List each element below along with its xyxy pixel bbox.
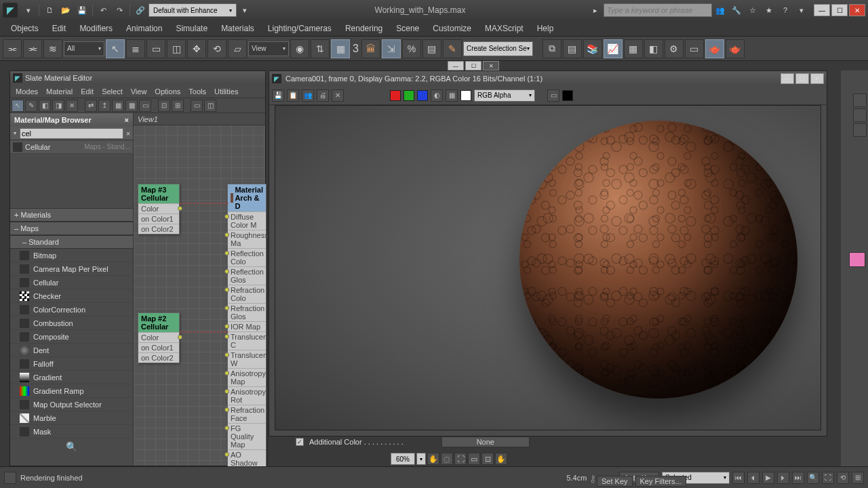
slate-menu-material[interactable]: Material — [42, 87, 77, 96]
map-gradientramp[interactable]: Gradient Ramp — [10, 384, 133, 398]
manipulate-icon[interactable]: ⇅ — [311, 39, 330, 58]
set-key-button[interactable]: Set Key — [597, 476, 633, 487]
app-logo-icon[interactable]: ◤ — [3, 3, 18, 18]
slate-layout4-icon[interactable]: ◫ — [204, 100, 216, 112]
slate-moveup-icon[interactable]: ⇄ — [85, 100, 97, 112]
link-icon[interactable]: 🔗 — [133, 3, 148, 18]
map-falloff[interactable]: Falloff — [10, 357, 133, 371]
key-icon[interactable]: 🔧 — [729, 3, 744, 18]
render-min-icon[interactable]: — — [781, 73, 794, 84]
menu-rendering[interactable]: Rendering — [338, 24, 389, 33]
slate-viewport[interactable]: View1 Map #3Cellular Color on Color1 on … — [134, 113, 265, 466]
zoom-dropdown-icon[interactable]: ▾ — [416, 453, 426, 465]
snap-toggle-icon[interactable]: ▦ — [331, 39, 350, 58]
channel-alpha-icon[interactable]: ◐ — [431, 89, 443, 102]
search-go-icon[interactable]: ▸ — [588, 3, 603, 18]
slate-menu-options[interactable]: Options — [151, 87, 184, 96]
slate-menu-utilities[interactable]: Utilities — [210, 87, 242, 96]
map-marble[interactable]: Marble — [10, 411, 133, 425]
rotate-icon[interactable]: ⟲ — [208, 39, 226, 58]
render-clear-icon[interactable]: ✕ — [332, 89, 344, 102]
zoom-region-icon[interactable]: ◌ — [441, 453, 453, 465]
slate-menu-select[interactable]: Select — [98, 87, 127, 96]
browser-binoculars-icon[interactable]: 🔍 — [10, 439, 133, 455]
align-icon[interactable]: ▤ — [563, 39, 582, 58]
channel-red-icon[interactable] — [390, 90, 401, 101]
zoom-rect-icon[interactable]: ▭ — [468, 453, 480, 465]
vp-min-icon[interactable]: — — [448, 61, 464, 70]
schematic-icon[interactable]: ▦ — [624, 39, 643, 58]
slate-menu-view[interactable]: View — [127, 87, 151, 96]
spinner-snap-icon[interactable]: ▤ — [422, 39, 441, 58]
menu-maxscript[interactable]: MAXScript — [478, 24, 530, 33]
channel-mono-icon[interactable]: ▦ — [446, 89, 458, 102]
window-cross-icon[interactable]: ◫ — [167, 39, 186, 58]
panel-btn1-icon[interactable] — [853, 94, 867, 107]
render-save-icon[interactable]: 💾 — [272, 89, 284, 102]
menu-animation[interactable]: Animation — [119, 24, 169, 33]
slate-layout2-icon[interactable]: ⊞ — [172, 100, 184, 112]
slate-layout3-icon[interactable]: ▭ — [191, 100, 203, 112]
slate-menu-edit[interactable]: Edit — [77, 87, 98, 96]
next-frame-icon[interactable]: ⏵ — [777, 472, 789, 484]
slate-tool3-icon[interactable]: ◧ — [39, 100, 51, 112]
rgb-alpha-dropdown[interactable]: RGB Alpha — [474, 89, 535, 102]
pan-hand2-icon[interactable]: ✋ — [495, 453, 507, 465]
map-combustion[interactable]: Combustion — [10, 317, 133, 330]
menu-materials[interactable]: Materials — [214, 24, 261, 33]
open-icon[interactable]: 📂 — [58, 3, 73, 18]
save-icon[interactable]: 💾 — [75, 3, 90, 18]
goto-end-icon[interactable]: ⏭ — [792, 472, 804, 484]
zoom-all-icon[interactable]: ⊡ — [481, 453, 494, 465]
zoom-percent[interactable]: 60% — [391, 453, 415, 465]
nav-zoom-icon[interactable]: 🔍 — [807, 472, 819, 484]
slate-grid1-icon[interactable]: ▦ — [112, 100, 124, 112]
render-prod-icon[interactable]: 🫖 — [705, 39, 724, 58]
panel-btn2-icon[interactable] — [853, 108, 867, 122]
slate-select-icon[interactable]: ↖ — [12, 100, 24, 112]
map-cameramap[interactable]: Camera Map Per Pixel — [10, 262, 133, 276]
app-menu-dropdown-icon[interactable]: ▾ — [21, 3, 36, 18]
slate-menu-tools[interactable]: Tools — [184, 87, 210, 96]
selection-filter-dropdown[interactable]: All — [64, 41, 104, 56]
slate-rect-icon[interactable]: ▭ — [139, 100, 151, 112]
menu-objects[interactable]: Objects — [4, 24, 45, 33]
map-composite[interactable]: Composite — [10, 330, 133, 344]
close-button[interactable]: ✕ — [849, 4, 865, 16]
map-dent[interactable]: Dent — [10, 344, 133, 357]
render-last-icon[interactable]: 🫖 — [726, 39, 745, 58]
menu-simulate[interactable]: Simulate — [169, 24, 214, 33]
node-map2[interactable]: Map #2Cellular Color on Color1 on Color2 — [138, 312, 180, 363]
status-script-icon[interactable] — [4, 472, 16, 484]
render-frame-icon[interactable]: ▭ — [685, 39, 704, 58]
channel-white-icon[interactable] — [460, 90, 471, 101]
map-gradient[interactable]: Gradient — [10, 371, 133, 384]
slate-grid2-icon[interactable]: ▩ — [125, 100, 138, 112]
map-colorcorrection[interactable]: ColorCorrection — [10, 303, 133, 317]
nav-maximize-icon[interactable]: ⊞ — [852, 472, 864, 484]
pivot-icon[interactable]: ◉ — [290, 39, 309, 58]
map-cellular[interactable]: Cellular — [10, 276, 133, 289]
menu-modifiers[interactable]: Modifiers — [73, 24, 119, 33]
select-name-icon[interactable]: ≣ — [126, 39, 145, 58]
workspace-dropdown[interactable]: Default with Enhance — [149, 3, 237, 17]
prev-frame-icon[interactable]: ⏴ — [747, 472, 760, 484]
map-checker[interactable]: Checker — [10, 289, 133, 303]
mirror-icon[interactable]: ⧉ — [542, 39, 561, 58]
render-title-bar[interactable]: ◤ Camera001, frame 0, Display Gamma: 2.2… — [269, 71, 827, 86]
refcoord-dropdown[interactable]: View — [248, 41, 289, 56]
additional-color-checkbox[interactable]: ✓ — [296, 438, 304, 446]
browser-search-clear-icon[interactable]: × — [123, 129, 133, 138]
render-clone-icon[interactable]: 👥 — [302, 89, 314, 102]
material-editor-icon[interactable]: ◧ — [644, 39, 663, 58]
nav-zoomall-icon[interactable]: ⛶ — [822, 472, 834, 484]
menu-scene[interactable]: Scene — [389, 24, 426, 33]
help-icon[interactable]: ? — [778, 3, 793, 18]
node-material[interactable]: MaterialArch & D Diffuse Color M Roughne… — [227, 184, 267, 488]
slate-layout1-icon[interactable]: ⊡ — [158, 100, 170, 112]
star-icon[interactable]: ☆ — [745, 3, 760, 18]
slate-delete-icon[interactable]: ✕ — [66, 100, 78, 112]
undo-icon[interactable]: ↶ — [96, 3, 111, 18]
unlink-tool-icon[interactable]: ⫘̷ — [23, 39, 42, 58]
additional-color-none-button[interactable]: None — [441, 436, 530, 447]
